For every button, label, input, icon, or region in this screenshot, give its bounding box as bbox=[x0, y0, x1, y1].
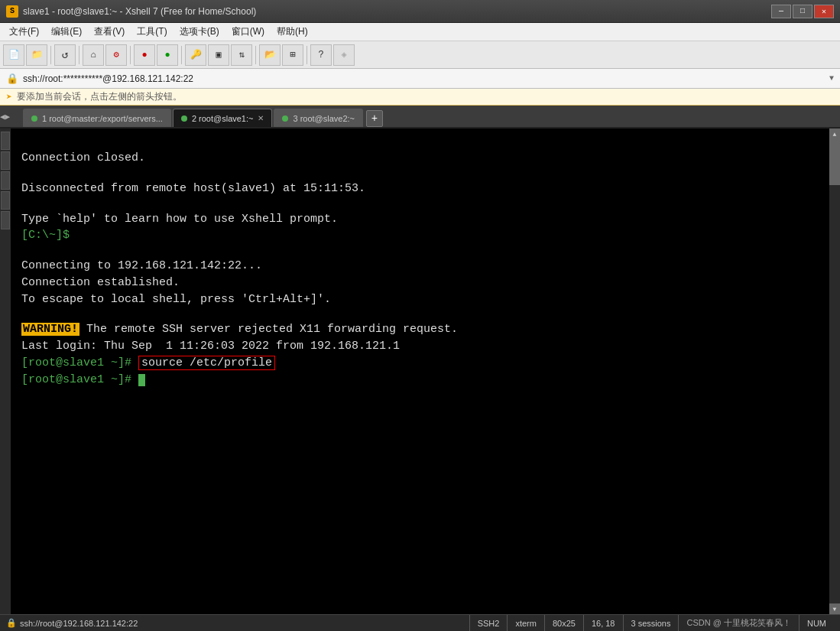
address-dropdown-icon[interactable]: ▼ bbox=[829, 74, 834, 83]
terminal-line: Connection established. bbox=[21, 275, 819, 291]
status-encoding: xterm bbox=[507, 615, 544, 632]
menu-item[interactable]: 选项卡(B) bbox=[174, 24, 225, 40]
right-scrollbar: ▲ ▼ bbox=[829, 128, 840, 614]
terminal-blank-line bbox=[21, 197, 819, 211]
toolbar-help-btn[interactable]: ? bbox=[310, 44, 332, 66]
menu-item[interactable]: 帮助(H) bbox=[271, 24, 314, 40]
info-bar: ➤ 要添加当前会话，点击左侧的箭头按钮。 bbox=[0, 89, 840, 106]
tab-status-dot bbox=[282, 115, 288, 122]
toolbar-key-btn[interactable]: 🔑 bbox=[185, 44, 206, 66]
status-lock-icon: 🔒 bbox=[6, 618, 17, 628]
status-watermark: CSDN @ 十里桃花笑春风！ bbox=[678, 615, 798, 632]
toolbar-transfer-btn[interactable]: ⇅ bbox=[231, 44, 252, 66]
terminal-prompt: [root@slave1 ~]# bbox=[21, 356, 138, 369]
menu-item[interactable]: 查看(V) bbox=[88, 24, 131, 40]
terminal-line: Last login: Thu Sep 1 11:26:03 2022 from… bbox=[21, 338, 819, 355]
terminal-line: To escape to local shell, press 'Ctrl+Al… bbox=[21, 291, 819, 308]
terminal-prompt-line: [C:\~]$ bbox=[21, 227, 819, 244]
menu-item[interactable]: 窗口(W) bbox=[225, 24, 271, 40]
terminal-container[interactable]: Connection closed.Disconnected from remo… bbox=[11, 128, 829, 614]
toolbar-folder-btn[interactable]: 📂 bbox=[259, 44, 281, 66]
menu-bar: 文件(F)编辑(E)查看(V)工具(T)选项卡(B)窗口(W)帮助(H) bbox=[0, 23, 840, 41]
tab-label: 1 root@master:/export/servers... bbox=[42, 114, 163, 123]
tab-status-dot bbox=[31, 115, 37, 122]
left-sidebar bbox=[0, 128, 11, 614]
scrollbar-track[interactable] bbox=[829, 139, 840, 603]
menu-item[interactable]: 编辑(E) bbox=[45, 24, 88, 40]
close-button[interactable]: ✕ bbox=[814, 5, 834, 18]
address-lock-icon: 🔒 bbox=[6, 73, 18, 85]
sidebar-btn[interactable] bbox=[1, 132, 10, 150]
toolbar-terminal-btn[interactable]: ▣ bbox=[208, 44, 229, 66]
toolbar-file-btn[interactable]: 📄 bbox=[3, 44, 24, 66]
terminal-blank-line bbox=[21, 167, 819, 181]
scrollbar-thumb[interactable] bbox=[829, 139, 840, 185]
tab-status-dot bbox=[181, 115, 187, 122]
sidebar-btn[interactable] bbox=[1, 191, 10, 210]
toolbar-grid-btn[interactable]: ⊞ bbox=[282, 44, 303, 66]
status-address: ssh://root@192.168.121.142:22 bbox=[20, 619, 469, 628]
tab-slave1[interactable]: 2 root@slave1:~ ✕ bbox=[173, 109, 273, 127]
toolbar-disabled-btn: ◈ bbox=[333, 44, 355, 66]
status-bar: 🔒 ssh://root@192.168.121.142:22 SSH2 xte… bbox=[0, 614, 840, 631]
tab-add-button[interactable]: + bbox=[366, 110, 383, 127]
toolbar-green-btn[interactable]: ● bbox=[157, 44, 178, 66]
terminal-blank-line bbox=[21, 307, 819, 321]
terminal-warning-line: WARNING! The remote SSH server rejected … bbox=[21, 321, 819, 338]
tab-close-icon[interactable]: ✕ bbox=[258, 114, 264, 122]
toolbar-sep5 bbox=[255, 46, 256, 64]
sidebar-btn[interactable] bbox=[1, 211, 10, 229]
scrollbar-down-button[interactable]: ▼ bbox=[829, 603, 840, 614]
terminal-prompt: [root@slave1 ~]# bbox=[21, 373, 138, 386]
tab-label: 2 root@slave1:~ bbox=[192, 114, 254, 123]
scrollbar-up-button[interactable]: ▲ bbox=[829, 128, 840, 139]
toolbar-sep1 bbox=[50, 46, 51, 64]
info-arrow-icon: ➤ bbox=[6, 91, 12, 103]
address-bar: 🔒 ssh://root:***********@192.168.121.142… bbox=[0, 69, 840, 89]
window-controls: — □ ✕ bbox=[771, 5, 834, 18]
minimize-button[interactable]: — bbox=[771, 5, 791, 18]
terminal-blank-line bbox=[21, 136, 819, 150]
tab-label: 3 root@slave2:~ bbox=[293, 114, 355, 123]
main-layout: Connection closed.Disconnected from remo… bbox=[0, 128, 840, 614]
toolbar-refresh-btn[interactable]: ↺ bbox=[54, 44, 76, 66]
toolbar-sep4 bbox=[181, 46, 182, 64]
terminal-line: Connection closed. bbox=[21, 150, 819, 167]
title-bar: S slave1 - root@slave1:~ - Xshell 7 (Fre… bbox=[0, 0, 840, 23]
toolbar: 📄 📁 ↺ ⌂ ⚙ ● ● 🔑 ▣ ⇅ 📂 ⊞ ? ◈ bbox=[0, 41, 840, 69]
toolbar-sep3 bbox=[130, 46, 131, 64]
sidebar-btn[interactable] bbox=[1, 151, 10, 170]
tab-master[interactable]: 1 root@master:/export/servers... bbox=[23, 109, 171, 127]
toolbar-home-btn[interactable]: ⌂ bbox=[83, 44, 104, 66]
status-numlock: NUM bbox=[799, 615, 834, 632]
terminal-command-line: [root@slave1 ~]# source /etc/profile bbox=[21, 355, 819, 372]
terminal-line: Type `help' to learn how to use Xshell p… bbox=[21, 211, 819, 228]
terminal-line: Connecting to 192.168.121.142:22... bbox=[21, 258, 819, 275]
tab-slave2[interactable]: 3 root@slave2:~ bbox=[274, 109, 363, 127]
toolbar-settings-btn[interactable]: ⚙ bbox=[105, 44, 127, 66]
address-text: ssh://root:***********@192.168.121.142:2… bbox=[23, 73, 829, 84]
title-text: slave1 - root@slave1:~ - Xshell 7 (Free … bbox=[23, 6, 771, 17]
maximize-button[interactable]: □ bbox=[793, 5, 812, 18]
info-bar-text: 要添加当前会话，点击左侧的箭头按钮。 bbox=[17, 90, 182, 103]
terminal-command-box: source /etc/profile bbox=[138, 356, 275, 370]
toolbar-red-btn[interactable]: ● bbox=[134, 44, 155, 66]
status-size: 80x25 bbox=[544, 615, 583, 632]
terminal-cursor-line: [root@slave1 ~]# bbox=[21, 372, 819, 389]
terminal-warning-badge: WARNING! bbox=[21, 323, 79, 336]
menu-item[interactable]: 工具(T) bbox=[131, 24, 173, 40]
toolbar-sep6 bbox=[306, 46, 307, 64]
tab-scroll-arrows[interactable]: ◀▶ bbox=[0, 106, 10, 127]
toolbar-sep2 bbox=[79, 46, 79, 64]
app-icon: S bbox=[6, 5, 18, 18]
terminal-cursor bbox=[138, 374, 145, 386]
status-sessions: 3 sessions bbox=[623, 615, 679, 632]
terminal-line: Disconnected from remote host(slave1) at… bbox=[21, 181, 819, 197]
menu-item[interactable]: 文件(F) bbox=[3, 24, 45, 40]
tab-bar: ◀▶ 1 root@master:/export/servers... 2 ro… bbox=[0, 106, 840, 128]
terminal-content: Connection closed.Disconnected from remo… bbox=[11, 128, 829, 614]
status-protocol: SSH2 bbox=[469, 615, 508, 632]
sidebar-btn[interactable] bbox=[1, 171, 10, 190]
terminal-blank-line bbox=[21, 244, 819, 258]
toolbar-open-btn[interactable]: 📁 bbox=[26, 44, 47, 66]
